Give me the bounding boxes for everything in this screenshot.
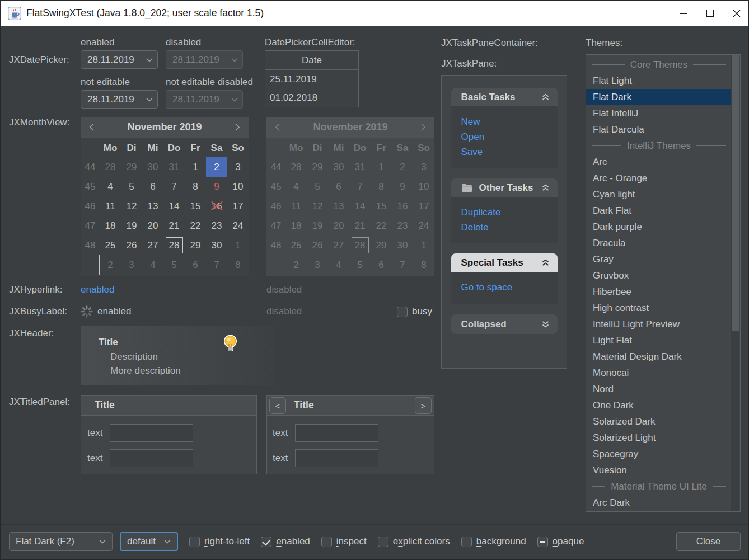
- theme-item[interactable]: IntelliJ Light Preview: [586, 316, 732, 332]
- table-row[interactable]: 25.11.2019: [265, 70, 358, 88]
- theme-item[interactable]: Cyan light: [586, 186, 732, 203]
- maximize-button[interactable]: [697, 1, 723, 26]
- datepicker-value[interactable]: 28.11.2019: [81, 54, 141, 65]
- calendar-day[interactable]: 18: [100, 216, 121, 236]
- calendar-day[interactable]: 15: [185, 196, 206, 216]
- next-button[interactable]: >: [415, 397, 432, 414]
- next-month-button[interactable]: [226, 117, 249, 138]
- right-to-left-checkbox[interactable]: [189, 537, 200, 547]
- calendar-day[interactable]: 10: [227, 177, 249, 196]
- calendar-day[interactable]: 28: [100, 157, 121, 177]
- checkbox-right-to-left[interactable]: right-to-left: [189, 536, 250, 547]
- calendar-day[interactable]: 5: [163, 255, 185, 275]
- theme-item[interactable]: Flat Dark: [586, 89, 732, 105]
- calendar-day[interactable]: 4: [100, 177, 121, 196]
- chevron-down-icon[interactable]: [141, 51, 157, 68]
- calendar-day[interactable]: 6: [185, 255, 206, 275]
- enabled-checkbox[interactable]: [261, 537, 271, 547]
- datepicker-not-editable[interactable]: 28.11.2019: [81, 90, 158, 109]
- theme-item[interactable]: Hiberbee: [586, 284, 732, 300]
- calendar-day[interactable]: 7: [206, 255, 227, 275]
- calendar-day[interactable]: 25: [100, 236, 121, 255]
- taskpane-header-basic-tasks[interactable]: Basic Tasks: [451, 88, 558, 106]
- calendar-day[interactable]: 17: [227, 196, 249, 216]
- task-link-duplicate[interactable]: Duplicate: [461, 205, 547, 220]
- minimize-button[interactable]: [671, 1, 697, 26]
- theme-item[interactable]: Dark Flat: [586, 203, 732, 219]
- checkbox-explicit-colors[interactable]: explicit colors: [378, 536, 450, 547]
- calendar-day[interactable]: 27: [142, 236, 163, 255]
- checkbox-opaque[interactable]: opaque: [537, 536, 584, 547]
- prev-button[interactable]: <: [269, 397, 286, 414]
- prev-month-button[interactable]: [81, 117, 103, 138]
- busy-checkbox[interactable]: [397, 307, 408, 317]
- theme-item[interactable]: Flat IntelliJ: [586, 105, 732, 121]
- calendar-day[interactable]: 22: [185, 216, 206, 236]
- scrollbar-track[interactable]: [731, 55, 739, 512]
- calendar-day[interactable]: 2: [206, 157, 227, 177]
- text-input[interactable]: [110, 424, 193, 442]
- theme-item[interactable]: Dark purple: [586, 219, 732, 235]
- mode-combobox[interactable]: default: [120, 532, 178, 551]
- calendar-day[interactable]: 4: [142, 255, 163, 275]
- theme-item[interactable]: Arc Dark Contrast: [586, 511, 732, 512]
- close-window-button[interactable]: [723, 1, 749, 26]
- taskpane-header-special-tasks[interactable]: Special Tasks: [451, 253, 558, 272]
- task-link-save[interactable]: Save: [461, 144, 547, 159]
- datepicker-enabled[interactable]: 28.11.2019: [81, 50, 158, 69]
- theme-combobox[interactable]: Flat Dark (F2): [9, 532, 113, 551]
- text-input[interactable]: [110, 449, 193, 467]
- calendar-day[interactable]: 12: [121, 196, 142, 216]
- theme-item[interactable]: Monocai: [586, 365, 732, 381]
- taskpane-header-other-tasks[interactable]: Other Tasks: [451, 178, 558, 197]
- table-row[interactable]: 01.02.2018: [265, 88, 358, 107]
- task-link-open[interactable]: Open: [461, 129, 547, 144]
- theme-item[interactable]: Flat Light: [586, 73, 732, 89]
- calendar-day[interactable]: 28: [163, 236, 185, 255]
- hyperlink-enabled[interactable]: enabled: [81, 284, 115, 295]
- theme-item[interactable]: Arc: [586, 154, 732, 170]
- calendar-day[interactable]: 5: [121, 177, 142, 196]
- calendar-day[interactable]: 7: [163, 177, 185, 196]
- calendar-day[interactable]: 11: [100, 196, 121, 216]
- inspect-checkbox[interactable]: [321, 537, 332, 547]
- calendar-day[interactable]: 2: [100, 255, 121, 275]
- theme-item[interactable]: Solarized Light: [586, 430, 732, 446]
- text-input[interactable]: [295, 424, 378, 442]
- theme-item[interactable]: Nord: [586, 381, 732, 397]
- theme-item[interactable]: Light Flat: [586, 332, 732, 349]
- theme-item[interactable]: High contrast: [586, 300, 732, 316]
- checkbox-background[interactable]: background: [461, 536, 526, 547]
- calendar-day[interactable]: 13: [142, 196, 163, 216]
- table-column-header[interactable]: Date: [265, 51, 358, 70]
- calendar-day[interactable]: 20: [142, 216, 163, 236]
- explicit-colors-checkbox[interactable]: [378, 537, 388, 547]
- calendar-day[interactable]: 31: [163, 157, 185, 177]
- task-link-go-to-space[interactable]: Go to space: [461, 280, 547, 295]
- calendar-day[interactable]: 24: [227, 216, 249, 236]
- theme-item[interactable]: Spacegray: [586, 446, 732, 462]
- theme-item[interactable]: Arc - Orange: [586, 170, 732, 186]
- task-link-delete[interactable]: Delete: [461, 220, 547, 235]
- calendar-day[interactable]: 29: [121, 157, 142, 177]
- theme-item[interactable]: Arc Dark: [586, 495, 732, 511]
- theme-item[interactable]: Gruvbox: [586, 267, 732, 284]
- taskpane-header-collapsed[interactable]: Collapsed: [451, 314, 558, 334]
- calendar-day[interactable]: 16: [206, 196, 227, 216]
- theme-item[interactable]: Vuesion: [586, 462, 732, 478]
- calendar-day[interactable]: 1: [227, 236, 249, 255]
- calendar-day[interactable]: 26: [121, 236, 142, 255]
- background-checkbox[interactable]: [461, 537, 472, 547]
- calendar-day[interactable]: 9: [206, 177, 227, 196]
- chevron-down-icon[interactable]: [141, 91, 157, 108]
- calendar-day[interactable]: 3: [121, 255, 142, 275]
- task-link-new[interactable]: New: [461, 114, 547, 129]
- close-button[interactable]: Close: [676, 532, 741, 551]
- calendar-day[interactable]: 30: [142, 157, 163, 177]
- calendar-day[interactable]: 23: [206, 216, 227, 236]
- theme-item[interactable]: Flat Darcula: [586, 121, 732, 138]
- theme-item[interactable]: One Dark: [586, 397, 732, 413]
- calendar-day[interactable]: 3: [227, 157, 249, 177]
- calendar-day[interactable]: 19: [121, 216, 142, 236]
- scrollbar-thumb[interactable]: [732, 55, 739, 331]
